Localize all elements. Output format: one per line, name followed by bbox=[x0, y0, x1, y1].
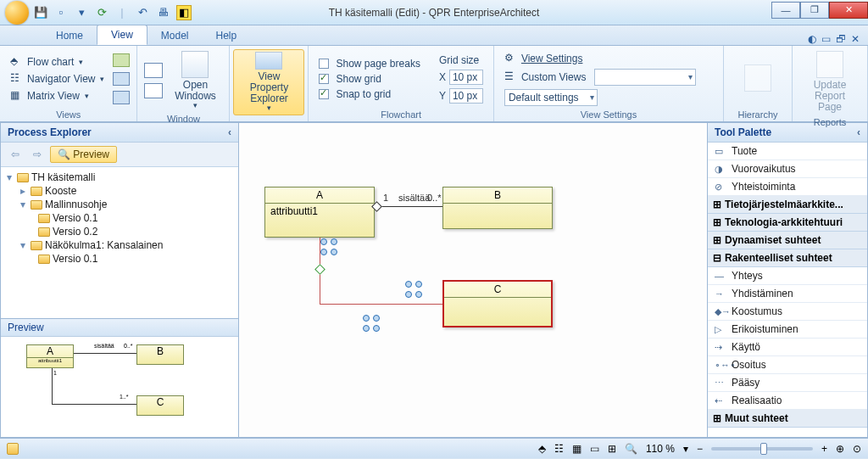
model-tree[interactable]: ▾TH käsitemalli ▸Kooste ▾Mallinnusohje V… bbox=[1, 166, 238, 318]
grid-y-input[interactable]: 10 px bbox=[449, 88, 483, 104]
matrix-view-button[interactable]: ▦Matrix View▾ bbox=[7, 88, 108, 104]
ribbon-tabs: Home View Model Help ◐ ▭ 🗗 ✕ bbox=[0, 25, 868, 46]
palette-item[interactable]: ◆→Koostumus bbox=[708, 303, 867, 321]
view-property-explorer-button[interactable]: View Property Explorer▾ bbox=[233, 49, 304, 115]
new-icon[interactable]: ▫ bbox=[54, 6, 68, 20]
save-icon[interactable]: 💾 bbox=[34, 6, 47, 20]
status-icon[interactable]: ▦ bbox=[572, 443, 581, 455]
status-icon[interactable]: ▭ bbox=[590, 443, 599, 455]
class-a[interactable]: A attribuutti1 bbox=[264, 187, 375, 238]
palette-group[interactable]: ⊞Dynaamiset suhteet bbox=[708, 232, 867, 249]
dropdown-icon[interactable]: ▾ bbox=[75, 6, 88, 20]
title-bar: 💾 ▫ ▾ ⟳ | ↶ 🖶 ◧ TH käsitemalli (Edit) - … bbox=[0, 0, 868, 25]
zoom-in-button[interactable]: + bbox=[821, 443, 827, 455]
help-icon[interactable]: ◐ bbox=[808, 33, 816, 45]
grid-x-input[interactable]: 10 px bbox=[449, 70, 483, 85]
view-icon-3[interactable] bbox=[113, 91, 130, 104]
zoom-value: 110 % bbox=[646, 443, 675, 455]
open-windows-icon bbox=[181, 51, 209, 78]
palette-item[interactable]: —Yhteys bbox=[708, 267, 867, 285]
close-button[interactable]: ✕ bbox=[829, 2, 868, 19]
process-explorer-header: Process Explorer‹ bbox=[1, 123, 238, 143]
hierarchy-icon bbox=[744, 64, 771, 92]
tab-help[interactable]: Help bbox=[203, 26, 251, 45]
palette-item[interactable]: ▭Tuote bbox=[708, 143, 867, 160]
window-title: TH käsitemalli (Edit) - QPR EnterpriseAr… bbox=[329, 7, 540, 19]
maximize-button[interactable]: ❐ bbox=[800, 2, 829, 19]
group-view-property: View Property Explorer▾ bbox=[230, 46, 309, 121]
palette-item[interactable]: ⇠Realisaatio bbox=[708, 392, 867, 410]
window-icon-1[interactable] bbox=[144, 63, 163, 78]
minimize-button[interactable]: — bbox=[771, 2, 800, 19]
update-report-button[interactable]: Update Report Page bbox=[799, 49, 860, 115]
palette-item[interactable]: ◑Vuorovaikutus bbox=[708, 160, 867, 178]
show-grid-check[interactable]: Show grid bbox=[315, 72, 423, 86]
show-page-breaks-check[interactable]: Show page breaks bbox=[315, 57, 423, 70]
navigator-view-button[interactable]: ☷Navigator View▾ bbox=[7, 71, 108, 87]
palette-group[interactable]: ⊞Teknologia-arkkitehtuuri bbox=[708, 214, 867, 232]
collapse-left-icon[interactable]: ‹ bbox=[228, 126, 231, 138]
tab-home[interactable]: Home bbox=[42, 26, 97, 45]
palette-item[interactable]: ⇢Käyttö bbox=[708, 339, 867, 356]
palette-group[interactable]: ⊞Muut suhteet bbox=[708, 410, 867, 428]
custom-views-button[interactable]: ☰Custom Views bbox=[501, 68, 699, 87]
group-view-settings: ⚙View Settings ☰Custom Views Default set… bbox=[494, 46, 724, 121]
status-icon[interactable]: ☷ bbox=[554, 443, 564, 455]
close-doc-icon[interactable]: ✕ bbox=[851, 33, 860, 45]
zoom-dropdown-icon[interactable]: ▾ bbox=[683, 443, 688, 455]
flowchart-icon: ⬘ bbox=[10, 55, 24, 69]
diagram-canvas[interactable]: A attribuutti1 B C 1 sisältää 0..* bbox=[239, 122, 707, 438]
print-icon[interactable]: 🖶 bbox=[156, 6, 170, 20]
palette-group[interactable]: ⊟Rakenteelliset suhteet bbox=[708, 249, 867, 267]
open-windows-button[interactable]: Open Windows▾ bbox=[168, 49, 222, 112]
flowchart-view-button[interactable]: ⬘Flow chart▾ bbox=[7, 54, 108, 70]
collapse-right-icon[interactable]: ‹ bbox=[857, 126, 860, 138]
refresh-icon[interactable]: ⟳ bbox=[95, 6, 108, 20]
forward-button[interactable]: ⇨ bbox=[28, 146, 47, 163]
tab-model[interactable]: Model bbox=[147, 26, 203, 45]
default-settings-combo[interactable]: Default settings bbox=[504, 89, 598, 106]
gear-icon: ⚙ bbox=[504, 52, 518, 65]
class-b[interactable]: B bbox=[442, 187, 553, 229]
class-c[interactable]: C bbox=[442, 280, 553, 327]
view-icon-2[interactable] bbox=[113, 72, 130, 86]
preview-toggle-button[interactable]: 🔍 Preview bbox=[50, 146, 117, 163]
status-db-icon[interactable] bbox=[7, 443, 19, 455]
app-orb[interactable] bbox=[5, 1, 29, 25]
palette-item[interactable]: ▷Erikoistuminen bbox=[708, 321, 867, 339]
grid-size-label: Grid size bbox=[436, 53, 487, 67]
status-icon[interactable]: ⊞ bbox=[608, 443, 616, 455]
palette-item[interactable]: ∘↔∘Osoitus bbox=[708, 356, 867, 374]
ribbon: ⬘Flow chart▾ ☷Navigator View▾ ▦Matrix Vi… bbox=[0, 46, 868, 122]
back-button[interactable]: ⇦ bbox=[6, 146, 25, 163]
matrix-icon: ▦ bbox=[10, 89, 24, 103]
midpoint-handle[interactable] bbox=[314, 264, 326, 275]
hierarchy-button[interactable] bbox=[731, 49, 785, 108]
palette-item[interactable]: ⊘Yhteistoiminta bbox=[708, 178, 867, 196]
zoom-full-button[interactable]: ⊙ bbox=[853, 443, 861, 455]
zoom-out-button[interactable]: − bbox=[697, 443, 703, 455]
status-icon[interactable]: 🔍 bbox=[625, 443, 637, 455]
undo-icon[interactable]: ↶ bbox=[136, 6, 149, 20]
zoom-fit-button[interactable]: ⊕ bbox=[836, 443, 844, 455]
view-icon-1[interactable] bbox=[113, 53, 130, 67]
preview-pane: Preview Aattribuutti1 B C sisältää 0..* … bbox=[1, 318, 238, 437]
window-icon-2[interactable] bbox=[144, 83, 163, 98]
status-icon[interactable]: ⬘ bbox=[538, 443, 546, 455]
palette-list[interactable]: ▭Tuote ◑Vuorovaikutus ⊘Yhteistoiminta ⊞T… bbox=[708, 143, 867, 437]
process-explorer-panel: Process Explorer‹ ⇦ ⇨ 🔍 Preview ▾TH käsi… bbox=[0, 122, 239, 438]
group-window: Open Windows▾ Window bbox=[137, 46, 230, 121]
palette-item[interactable]: ⋯Pääsy bbox=[708, 374, 867, 392]
snap-grid-check[interactable]: Snap to grid bbox=[315, 87, 423, 101]
navigator-icon: ☷ bbox=[10, 72, 24, 86]
zoom-slider[interactable] bbox=[711, 447, 813, 451]
tab-view[interactable]: View bbox=[97, 25, 147, 45]
custom-views-combo[interactable] bbox=[594, 69, 696, 86]
palette-group[interactable]: ⊞Tietojärjestelmäarkkite... bbox=[708, 196, 867, 214]
status-bar: ⬘ ☷ ▦ ▭ ⊞ 🔍 110 % ▾ − + ⊕ ⊙ bbox=[0, 438, 868, 458]
minimize-ribbon-icon[interactable]: ▭ bbox=[821, 33, 831, 45]
palette-item[interactable]: →Yhdistäminen bbox=[708, 285, 867, 303]
restore-icon[interactable]: 🗗 bbox=[836, 33, 846, 45]
view-settings-button[interactable]: ⚙View Settings bbox=[501, 51, 699, 66]
highlight-icon[interactable]: ◧ bbox=[176, 5, 192, 20]
